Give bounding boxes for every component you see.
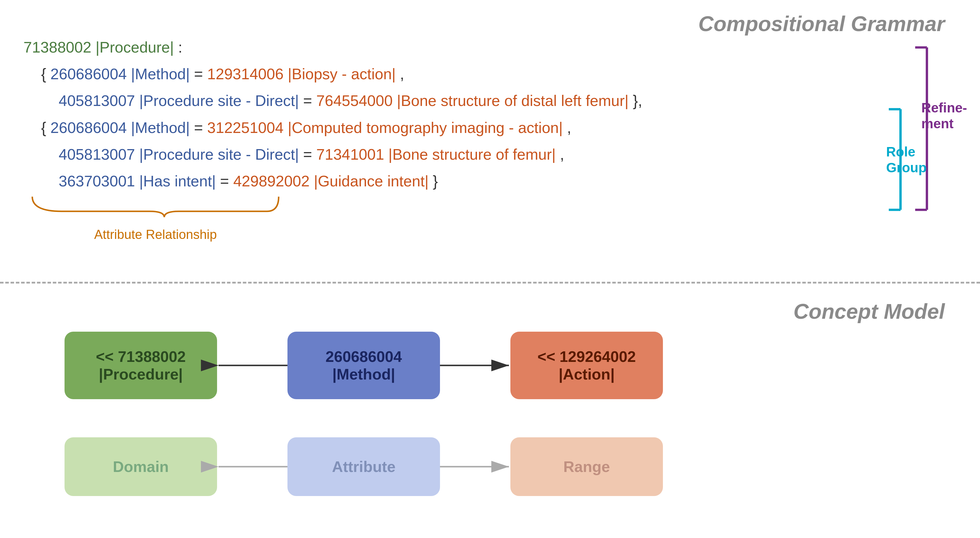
attr-rel-label: Attribute Relationship [24, 227, 288, 242]
line5-eq: = [303, 146, 316, 163]
line3-attr: 405813007 |Procedure site - Direct| [59, 92, 303, 109]
line6-attr: 363703001 |Has intent| [59, 172, 220, 190]
line6-brace-close: } [433, 172, 438, 190]
title-concept: Concept Model [794, 299, 945, 323]
line1-id: 71388002 [24, 39, 91, 56]
line2-brace-open: { [41, 65, 51, 83]
range-label-text: Range [563, 458, 610, 476]
range-box-text: << 129264002|Action| [538, 348, 636, 383]
line1-colon: : [178, 39, 182, 56]
attr-rel-area: Attribute Relationship [24, 194, 288, 242]
role-group-label: RoleGroup [886, 144, 933, 176]
line2-val: 129314006 |Biopsy - action| [207, 65, 396, 83]
line2-attr-id: 260686004 |Method| [51, 65, 194, 83]
line1-pipe: |Procedure| [95, 39, 178, 56]
line6-val: 429892002 |Guidance intent| [233, 172, 428, 190]
range-box-label: Range [511, 437, 663, 496]
domain-box-text: << 71388002|Procedure| [96, 348, 186, 383]
attribute-box-filled: 260686004|Method| [288, 332, 440, 399]
divider [0, 282, 980, 284]
line4-eq: = [194, 119, 207, 136]
domain-label-text: Domain [113, 458, 169, 476]
line4-comma: , [567, 119, 571, 136]
grammar-line5: 405813007 |Procedure site - Direct| = 71… [24, 142, 642, 167]
line4-val: 312251004 |Computed tomography imaging -… [207, 119, 563, 136]
domain-box-filled: << 71388002|Procedure| [65, 332, 217, 399]
line4-brace-open: { [41, 119, 51, 136]
line2-comma: , [400, 65, 404, 83]
grammar-line6: 363703001 |Has intent| = 429892002 |Guid… [24, 169, 642, 193]
title-compositional: Compositional Grammar [698, 12, 945, 36]
line3-val: 764554000 |Bone structure of distal left… [316, 92, 628, 109]
line5-comma: , [560, 146, 564, 163]
line5-attr: 405813007 |Procedure site - Direct| [59, 146, 303, 163]
attribute-box-text: 260686004|Method| [326, 348, 402, 383]
attribute-box-label: Attribute [288, 437, 440, 496]
attribute-label-text: Attribute [332, 458, 396, 476]
line2-eq: = [194, 65, 207, 83]
attr-rel-brace-svg [24, 194, 288, 223]
grammar-line3: 405813007 |Procedure site - Direct| = 76… [24, 89, 642, 113]
grammar-line2: { 260686004 |Method| = 129314006 |Biopsy… [24, 62, 642, 86]
grammar-content: 71388002 |Procedure| : { 260686004 |Meth… [24, 35, 642, 196]
line6-eq: = [220, 172, 233, 190]
top-section: Compositional Grammar 71388002 |Procedur… [0, 0, 980, 276]
grammar-line1: 71388002 |Procedure| : [24, 35, 642, 59]
line4-attr: 260686004 |Method| [51, 119, 194, 136]
grammar-line4: { 260686004 |Method| = 312251004 |Comput… [24, 116, 642, 140]
refinement-label: Refine-ment [921, 100, 968, 131]
domain-box-label: Domain [65, 437, 217, 496]
line3-brace: }, [633, 92, 643, 109]
range-box-filled: << 129264002|Action| [511, 332, 663, 399]
line3-eq: = [303, 92, 316, 109]
line5-val: 71341001 |Bone structure of femur| [316, 146, 555, 163]
